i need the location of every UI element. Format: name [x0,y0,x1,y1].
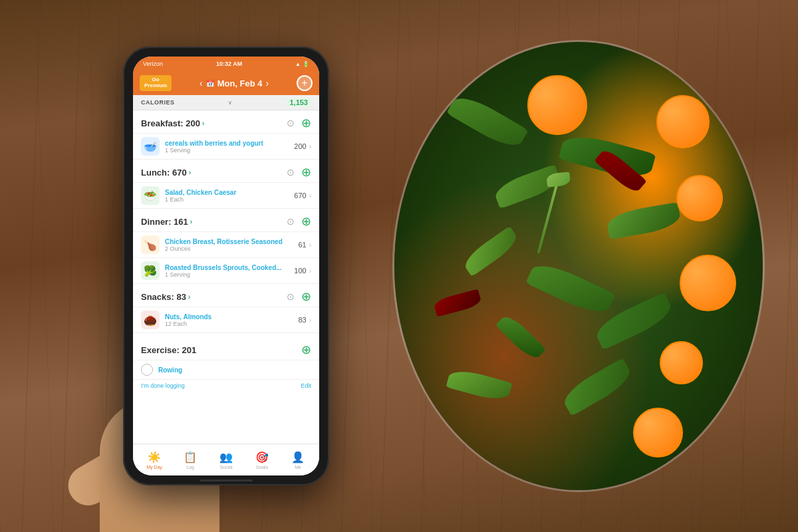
breakfast-actions: ⊙ ⊕ [287,116,311,130]
snacks-header: Snacks: 83 › ⊙ ⊕ [133,284,319,307]
calories-bar: CALORIES ∨ 1,153 [133,95,319,110]
salad-leaf [446,366,512,403]
salad-leaf-dark [433,289,482,317]
food-chevron-chicken: › [309,241,311,249]
snacks-actions: ⊙ ⊕ [287,289,311,304]
phone-case: Verizon 10:32 AM ▲ 🔋 Go Premium ‹ 📅 Mon,… [123,47,329,485]
salad-bowl [392,40,765,492]
dinner-add-icon[interactable]: ⊕ [301,214,311,229]
lunch-camera-icon[interactable]: ⊙ [287,167,295,178]
food-calories-brussels: 100 [294,267,306,275]
carrier-label: Verizon [143,61,163,67]
dinner-title[interactable]: Dinner: 161 › [141,217,192,227]
next-date-button[interactable]: › [266,78,269,88]
salad-leaf [495,312,546,362]
goals-icon: 🎯 [255,451,269,464]
current-date: Mon, Feb 4 [217,78,263,88]
food-item-brussels[interactable]: 🥦 Roasted Brussels Sprouts, Cooked... 1 … [133,257,319,283]
dinner-camera-icon[interactable]: ⊙ [287,216,295,227]
orange-slice [680,255,736,311]
food-info-cereal: cereals with berries and yogurt 1 Servin… [165,140,294,154]
food-info-salad: Salad, Chicken Caesar 1 Each [165,189,294,203]
food-name-brussels: Roasted Brussels Sprouts, Cooked... [165,264,294,271]
food-serving-chicken: 2 Ounces [165,245,298,252]
nav-item-myday[interactable]: ☀️ My Day [136,451,172,469]
food-item-almonds[interactable]: 🌰 Nuts, Almonds 12 Each 83 › [133,307,319,332]
breakfast-section: Breakfast: 200 › ⊙ ⊕ 🥣 cereals with berr… [133,110,319,160]
breakfast-camera-icon[interactable]: ⊙ [287,118,295,128]
food-serving-salad: 1 Each [165,196,294,203]
food-chevron-almonds: › [309,317,311,324]
salad-leaf [446,90,529,154]
prev-date-button[interactable]: ‹ [200,78,203,88]
food-item-chicken[interactable]: 🍗 Chicken Breast, Rotisserie Seasoned 2 … [133,231,319,257]
exercise-header: Exercise: 201 ⊕ [133,337,319,360]
food-item-salad[interactable]: 🥗 Salad, Chicken Caesar 1 Each 670 › [133,182,319,208]
calories-label: CALORIES [141,99,175,106]
app-content: Breakfast: 200 › ⊙ ⊕ 🥣 cereals with berr… [133,110,319,456]
home-indicator [200,479,253,481]
breakfast-title-text: Breakfast: 200 [141,118,200,128]
nav-item-log[interactable]: 📋 Log [172,451,208,469]
dinner-actions: ⊙ ⊕ [287,214,311,229]
myday-icon: ☀️ [148,451,161,464]
exercise-title[interactable]: Exercise: 201 [141,345,196,355]
orange-slice [656,95,710,148]
food-name-rowing: Rowing [158,366,311,374]
nav-item-me[interactable]: 👤 Me [280,451,316,469]
salad-leaf [461,226,521,277]
food-icon-salad: 🥗 [141,186,160,205]
food-info-rowing: Rowing [158,366,311,374]
nav-item-social[interactable]: 👥 Social [208,451,244,469]
food-chevron-salad: › [309,192,311,200]
nav-item-goals[interactable]: 🎯 Goals [244,451,280,469]
salad-leaf [525,257,616,319]
done-logging-bar: I'm done logging Edit [133,379,319,392]
dinner-section: Dinner: 161 › ⊙ ⊕ 🍗 Chicken Breast, Roti… [133,209,319,284]
food-icon-cereal: 🥣 [141,137,160,156]
snacks-camera-icon[interactable]: ⊙ [287,291,295,302]
salad-content [394,42,763,490]
food-calories-salad: 670 [294,192,306,200]
calories-dropdown-icon[interactable]: ∨ [228,100,232,106]
food-name-almonds: Nuts, Almonds [165,313,298,321]
salad-leaf [559,358,635,416]
go-premium-button[interactable]: Go Premium [140,75,172,91]
edit-button[interactable]: Edit [301,382,311,389]
exercise-add-icon[interactable]: ⊕ [301,342,311,357]
log-icon: 📋 [184,451,197,464]
lunch-title[interactable]: Lunch: 670 › [141,168,191,178]
battery-icon: 🔋 [303,61,309,67]
bottom-navigation: ☀️ My Day 📋 Log 👥 Social 🎯 Goals 👤 Me [133,444,319,475]
done-logging-button[interactable]: I'm done logging [141,382,185,389]
social-icon: 👥 [219,451,233,464]
add-entry-button[interactable]: + [297,75,313,91]
food-item-cereal[interactable]: 🥣 cereals with berries and yogurt 1 Serv… [133,133,319,159]
orange-slice [633,408,683,458]
date-navigation: ‹ 📅 Mon, Feb 4 › [200,78,269,88]
snacks-title-text: Snacks: 83 [141,292,186,302]
food-item-rowing[interactable]: Rowing [133,360,319,379]
food-info-brussels: Roasted Brussels Sprouts, Cooked... 1 Se… [165,264,294,278]
food-chevron-brussels: › [309,267,311,275]
salad-leaf [606,202,682,240]
lunch-section: Lunch: 670 › ⊙ ⊕ 🥗 Salad, Chicken Caesar… [133,160,319,209]
snacks-title[interactable]: Snacks: 83 › [141,292,190,302]
breakfast-title[interactable]: Breakfast: 200 › [141,118,204,128]
food-serving-cereal: 1 Serving [165,147,294,154]
me-label: Me [295,465,301,469]
food-calories-almonds: 83 [298,316,306,324]
time-label: 10:32 AM [216,61,242,67]
breakfast-add-icon[interactable]: ⊕ [301,116,311,130]
exercise-title-text: Exercise: 201 [141,345,196,355]
calendar-icon: 📅 [206,80,214,87]
dinner-header: Dinner: 161 › ⊙ ⊕ [133,209,319,231]
orange-slice [660,341,703,384]
status-bar: Verizon 10:32 AM ▲ 🔋 [133,57,319,71]
snacks-add-icon[interactable]: ⊕ [301,289,311,304]
exercise-checkbox[interactable] [141,364,153,376]
lunch-expand-icon: › [189,169,191,176]
calories-count: 1,153 [286,98,311,107]
snacks-section: Snacks: 83 › ⊙ ⊕ 🌰 Nuts, Almonds 12 Each… [133,284,319,333]
lunch-add-icon[interactable]: ⊕ [301,165,311,180]
